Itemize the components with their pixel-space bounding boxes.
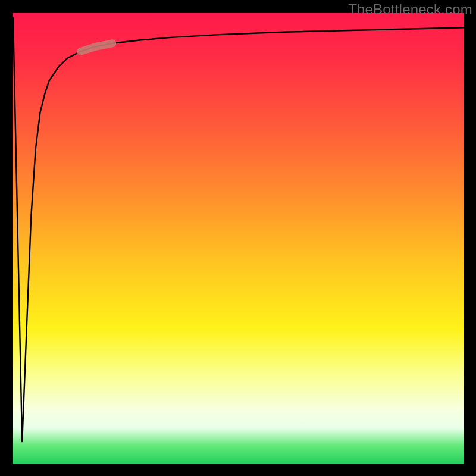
plot-area [13,13,464,464]
chart-frame: TheBottleneck.com [0,0,476,476]
curve-highlight [81,43,112,52]
watermark-text: TheBottleneck.com [348,1,472,18]
curve-layer [13,13,464,464]
bottleneck-curve [13,18,464,442]
